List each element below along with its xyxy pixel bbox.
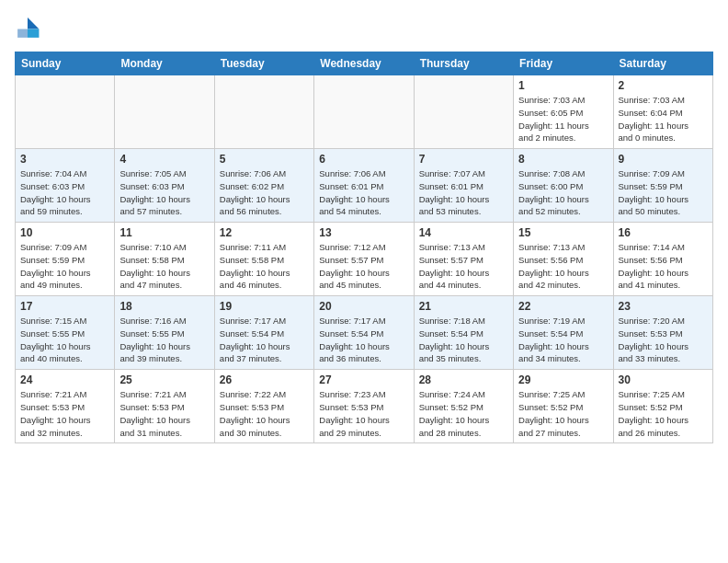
calendar-cell: 1Sunrise: 7:03 AM Sunset: 6:05 PM Daylig… [514,75,613,149]
svg-marker-2 [28,29,39,38]
calendar-cell: 22Sunrise: 7:19 AM Sunset: 5:54 PM Dayli… [514,296,613,370]
day-info: Sunrise: 7:05 AM Sunset: 6:03 PM Dayligh… [119,167,209,218]
calendar-cell: 14Sunrise: 7:13 AM Sunset: 5:57 PM Dayli… [414,223,513,296]
day-number: 11 [119,226,209,239]
weekday-header: Saturday [613,52,712,75]
weekday-header: Wednesday [314,52,414,75]
day-info: Sunrise: 7:15 AM Sunset: 5:55 PM Dayligh… [20,315,109,365]
day-number: 15 [518,226,608,239]
day-info: Sunrise: 7:12 AM Sunset: 5:57 PM Dayligh… [319,241,408,292]
calendar-week-row: 1Sunrise: 7:03 AM Sunset: 6:05 PM Daylig… [16,75,713,149]
calendar-table: SundayMondayTuesdayWednesdayThursdayFrid… [15,52,713,443]
svg-marker-3 [17,29,28,38]
calendar-cell: 4Sunrise: 7:05 AM Sunset: 6:03 PM Daylig… [115,149,214,223]
day-info: Sunrise: 7:04 AM Sunset: 6:03 PM Dayligh… [20,167,109,218]
calendar-cell [16,75,115,149]
day-number: 25 [119,373,209,386]
calendar-cell: 9Sunrise: 7:09 AM Sunset: 5:59 PM Daylig… [613,149,712,223]
day-number: 5 [220,153,309,166]
day-info: Sunrise: 7:17 AM Sunset: 5:54 PM Dayligh… [220,315,309,365]
day-number: 13 [319,226,408,239]
day-number: 6 [319,153,408,166]
day-info: Sunrise: 7:16 AM Sunset: 5:55 PM Dayligh… [119,315,209,365]
day-info: Sunrise: 7:09 AM Sunset: 5:59 PM Dayligh… [20,241,109,292]
day-number: 26 [220,373,309,386]
calendar-cell: 12Sunrise: 7:11 AM Sunset: 5:58 PM Dayli… [214,223,313,296]
calendar-week-row: 24Sunrise: 7:21 AM Sunset: 5:53 PM Dayli… [16,370,713,443]
calendar-cell [414,75,513,149]
calendar-cell: 19Sunrise: 7:17 AM Sunset: 5:54 PM Dayli… [214,296,313,370]
day-info: Sunrise: 7:11 AM Sunset: 5:58 PM Dayligh… [220,241,309,292]
day-number: 21 [419,300,508,313]
day-number: 30 [619,373,708,386]
day-info: Sunrise: 7:06 AM Sunset: 6:01 PM Dayligh… [319,167,408,218]
day-number: 1 [518,79,608,92]
day-number: 24 [20,373,109,386]
day-info: Sunrise: 7:23 AM Sunset: 5:53 PM Dayligh… [319,388,408,439]
day-info: Sunrise: 7:21 AM Sunset: 5:53 PM Dayligh… [119,388,209,439]
calendar-cell: 30Sunrise: 7:25 AM Sunset: 5:52 PM Dayli… [613,370,712,443]
day-number: 4 [119,153,209,166]
calendar-cell: 18Sunrise: 7:16 AM Sunset: 5:55 PM Dayli… [115,296,214,370]
logo-icon [15,15,40,40]
day-number: 23 [619,300,708,313]
weekday-header: Sunday [16,52,115,75]
day-info: Sunrise: 7:24 AM Sunset: 5:52 PM Dayligh… [419,388,508,439]
day-number: 9 [619,153,708,166]
day-number: 20 [319,300,408,313]
page-header [15,15,713,40]
day-number: 12 [220,226,309,239]
day-info: Sunrise: 7:08 AM Sunset: 6:00 PM Dayligh… [518,167,608,218]
day-number: 7 [419,153,508,166]
day-number: 18 [119,300,209,313]
day-number: 27 [319,373,408,386]
day-info: Sunrise: 7:10 AM Sunset: 5:58 PM Dayligh… [119,241,209,292]
calendar-cell: 26Sunrise: 7:22 AM Sunset: 5:53 PM Dayli… [214,370,313,443]
calendar-cell: 13Sunrise: 7:12 AM Sunset: 5:57 PM Dayli… [314,223,414,296]
day-info: Sunrise: 7:13 AM Sunset: 5:56 PM Dayligh… [518,241,608,292]
weekday-header: Friday [514,52,613,75]
calendar-cell: 15Sunrise: 7:13 AM Sunset: 5:56 PM Dayli… [514,223,613,296]
day-info: Sunrise: 7:09 AM Sunset: 5:59 PM Dayligh… [619,167,708,218]
day-info: Sunrise: 7:19 AM Sunset: 5:54 PM Dayligh… [518,315,608,365]
day-info: Sunrise: 7:25 AM Sunset: 5:52 PM Dayligh… [518,388,608,439]
calendar-week-row: 3Sunrise: 7:04 AM Sunset: 6:03 PM Daylig… [16,149,713,223]
day-info: Sunrise: 7:14 AM Sunset: 5:56 PM Dayligh… [619,241,708,292]
weekday-header: Thursday [414,52,513,75]
day-number: 16 [619,226,708,239]
day-number: 29 [518,373,608,386]
logo [15,15,44,40]
day-info: Sunrise: 7:25 AM Sunset: 5:52 PM Dayligh… [619,388,708,439]
day-number: 28 [419,373,508,386]
day-info: Sunrise: 7:17 AM Sunset: 5:54 PM Dayligh… [319,315,408,365]
day-info: Sunrise: 7:21 AM Sunset: 5:53 PM Dayligh… [20,388,109,439]
day-info: Sunrise: 7:06 AM Sunset: 6:02 PM Dayligh… [220,167,309,218]
calendar-cell [214,75,313,149]
day-number: 17 [20,300,109,313]
day-info: Sunrise: 7:18 AM Sunset: 5:54 PM Dayligh… [419,315,508,365]
calendar-cell: 21Sunrise: 7:18 AM Sunset: 5:54 PM Dayli… [414,296,513,370]
calendar-cell: 17Sunrise: 7:15 AM Sunset: 5:55 PM Dayli… [16,296,115,370]
calendar-cell: 29Sunrise: 7:25 AM Sunset: 5:52 PM Dayli… [514,370,613,443]
calendar-cell: 2Sunrise: 7:03 AM Sunset: 6:04 PM Daylig… [613,75,712,149]
calendar-cell: 3Sunrise: 7:04 AM Sunset: 6:03 PM Daylig… [16,149,115,223]
day-number: 19 [220,300,309,313]
day-number: 8 [518,153,608,166]
calendar-cell: 11Sunrise: 7:10 AM Sunset: 5:58 PM Dayli… [115,223,214,296]
calendar-cell: 20Sunrise: 7:17 AM Sunset: 5:54 PM Dayli… [314,296,414,370]
calendar-cell: 10Sunrise: 7:09 AM Sunset: 5:59 PM Dayli… [16,223,115,296]
weekday-header: Monday [115,52,214,75]
calendar-cell: 25Sunrise: 7:21 AM Sunset: 5:53 PM Dayli… [115,370,214,443]
calendar-cell: 28Sunrise: 7:24 AM Sunset: 5:52 PM Dayli… [414,370,513,443]
day-info: Sunrise: 7:22 AM Sunset: 5:53 PM Dayligh… [220,388,309,439]
day-info: Sunrise: 7:03 AM Sunset: 6:05 PM Dayligh… [518,94,608,144]
calendar-week-row: 17Sunrise: 7:15 AM Sunset: 5:55 PM Dayli… [16,296,713,370]
day-info: Sunrise: 7:03 AM Sunset: 6:04 PM Dayligh… [619,94,708,144]
calendar-cell: 24Sunrise: 7:21 AM Sunset: 5:53 PM Dayli… [16,370,115,443]
day-info: Sunrise: 7:20 AM Sunset: 5:53 PM Dayligh… [619,315,708,365]
calendar-cell: 6Sunrise: 7:06 AM Sunset: 6:01 PM Daylig… [314,149,414,223]
day-number: 3 [20,153,109,166]
calendar-cell: 7Sunrise: 7:07 AM Sunset: 6:01 PM Daylig… [414,149,513,223]
day-number: 10 [20,226,109,239]
calendar-cell: 8Sunrise: 7:08 AM Sunset: 6:00 PM Daylig… [514,149,613,223]
